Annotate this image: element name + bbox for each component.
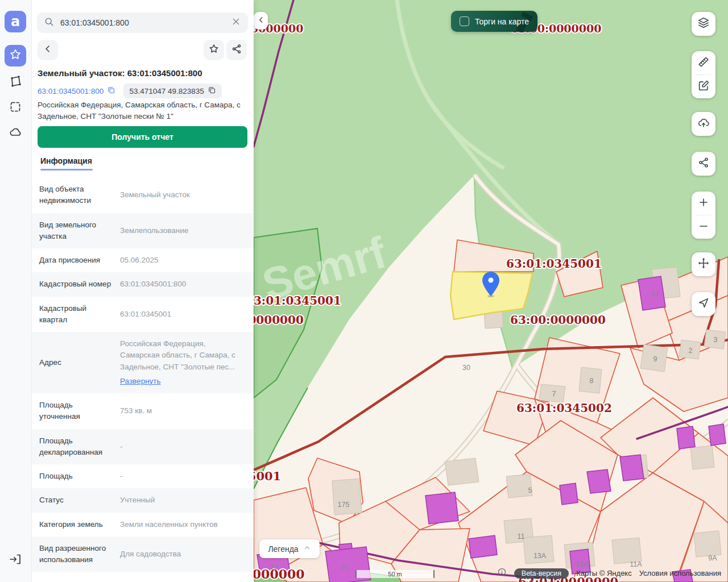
row-value: 753 кв. м (120, 405, 246, 417)
star-outline-icon (208, 43, 220, 57)
row-value: Землепользование (120, 225, 246, 236)
trades-on-map-toggle[interactable]: Торги на карте (451, 11, 537, 32)
copy-icon[interactable] (107, 86, 115, 96)
collapse-panel-button[interactable] (254, 12, 268, 30)
pan-mode-button[interactable] (692, 252, 715, 276)
navigation-arrow-icon (697, 297, 710, 311)
map-canvas[interactable]: Semrf (254, 0, 728, 582)
table-row: Площадь - (31, 464, 254, 488)
left-icon-rail: a (0, 0, 32, 582)
row-label: Статус (39, 494, 112, 506)
row-label: Вид разрешенного использования (39, 543, 112, 566)
search-icon (44, 16, 54, 29)
info-icon[interactable] (497, 567, 507, 579)
cloud-icon (9, 126, 22, 142)
yandex-maps-attribution[interactable]: Карты © Яндекс (576, 569, 632, 577)
row-label: Адрес (39, 357, 112, 368)
terms-of-use-link[interactable]: Условия использования (639, 569, 721, 577)
map-scale-bar: 50 m (355, 570, 435, 578)
app-logo[interactable]: a (5, 11, 26, 32)
table-row: Площадь уточненная 753 кв. м (31, 393, 254, 429)
login-arrow-icon (9, 552, 22, 568)
share-button[interactable] (226, 40, 247, 60)
svg-text:23: 23 (270, 563, 278, 571)
object-title: Земельный участок: 63:01:0345001:800 (38, 68, 248, 78)
minus-icon (697, 220, 710, 235)
svg-text:8: 8 (590, 377, 594, 385)
row-value: - (120, 471, 246, 482)
svg-text:30: 30 (462, 364, 470, 372)
row-value: 05.06.2025 (120, 255, 246, 266)
table-row: Кадастровый квартал 63:01:0345001 (31, 297, 254, 332)
app-window: a (0, 0, 728, 582)
search-input[interactable] (59, 18, 226, 28)
cadastral-number-link[interactable]: 63:01:0345001:800 (38, 86, 115, 96)
row-label: Площадь (39, 471, 112, 482)
copy-icon[interactable] (208, 86, 216, 96)
row-label: Кадастровый номер (39, 278, 112, 290)
draw-button[interactable] (692, 75, 715, 98)
clear-search-icon[interactable] (231, 16, 241, 29)
legend-label: Легенда (268, 544, 298, 554)
coordinates-chip[interactable]: 53.471047 49.823835 (123, 84, 221, 98)
row-value: 63:01:0345001:800 (120, 278, 246, 290)
share-nodes-icon (231, 43, 242, 57)
svg-text:63:01:0345002: 63:01:0345002 (516, 401, 612, 415)
cloud-upload-icon (697, 117, 710, 131)
cloud-tool-button[interactable] (5, 123, 26, 144)
row-label: Вид объекта недвижимости (39, 184, 112, 207)
share-map-button[interactable] (692, 152, 715, 176)
object-address: Российская Федерация, Самарская область,… (38, 99, 246, 122)
locate-me-button[interactable] (692, 292, 715, 316)
tab-information[interactable]: Информация (40, 156, 92, 165)
polygon-vertices-icon (9, 74, 22, 90)
trades-label: Торги на карте (475, 17, 529, 26)
svg-text:63:01:0345001: 63:01:0345001 (254, 469, 281, 483)
area-select-tool-button[interactable] (5, 97, 26, 119)
row-value: Учтенный (120, 494, 246, 506)
row-label: Площадь уточненная (39, 400, 112, 423)
zoom-out-button[interactable] (692, 215, 715, 239)
map-container: Semrf (254, 0, 728, 582)
svg-text:63:00:0000000: 63:00:0000000 (254, 567, 305, 581)
svg-text:2: 2 (689, 347, 693, 355)
svg-text:13А: 13А (533, 552, 547, 560)
login-button[interactable] (5, 550, 26, 571)
zoom-in-button[interactable] (692, 192, 715, 215)
table-row: Кадастровый номер 63:01:0345001:800 (31, 272, 254, 296)
svg-text:9: 9 (653, 355, 657, 363)
table-row: Статус Учтенный (31, 488, 254, 512)
row-value: 63:01:0345001 (120, 309, 246, 320)
legend-button[interactable]: Легенда (259, 539, 320, 558)
trades-checkbox[interactable] (460, 16, 469, 26)
search-bar[interactable] (37, 13, 248, 33)
layers-button[interactable] (692, 12, 715, 36)
row-label: Кадастровый квартал (39, 303, 112, 326)
svg-text:7: 7 (552, 390, 556, 398)
table-row: Вид земельного участка Землепользование (31, 213, 254, 249)
plus-icon (697, 196, 710, 211)
svg-text:63:00:0000000: 63:00:0000000 (510, 313, 606, 327)
expand-address-link[interactable]: Развернуть (120, 376, 161, 387)
dashed-square-icon (9, 100, 22, 116)
row-label: Категория земель (39, 519, 112, 530)
beta-badge: Beta-версия (514, 568, 569, 579)
back-button[interactable] (38, 40, 58, 60)
row-value: Земли населенных пунктов (120, 519, 246, 530)
get-report-button[interactable]: Получить отчет (38, 126, 247, 148)
svg-text:63:00:0000000: 63:00:0000000 (254, 313, 304, 327)
measure-draw-group (692, 51, 715, 98)
svg-text:63:01:0345001: 63:01:0345001 (254, 294, 341, 307)
ruler-button[interactable] (692, 51, 715, 74)
favorite-button[interactable] (204, 40, 224, 60)
upload-button[interactable] (692, 112, 715, 136)
svg-text:11: 11 (518, 533, 525, 541)
table-row: Площадь декларированная - (31, 429, 254, 465)
favorites-tool-button[interactable] (5, 45, 26, 66)
table-row: Дата присвоения 05.06.2025 (31, 248, 254, 272)
ruler-icon (697, 56, 710, 70)
tab-active-underline (40, 169, 93, 171)
row-value: - (120, 441, 246, 452)
table-row: Категория земель Земли населенных пункто… (31, 513, 254, 537)
polygon-tool-button[interactable] (5, 72, 26, 93)
